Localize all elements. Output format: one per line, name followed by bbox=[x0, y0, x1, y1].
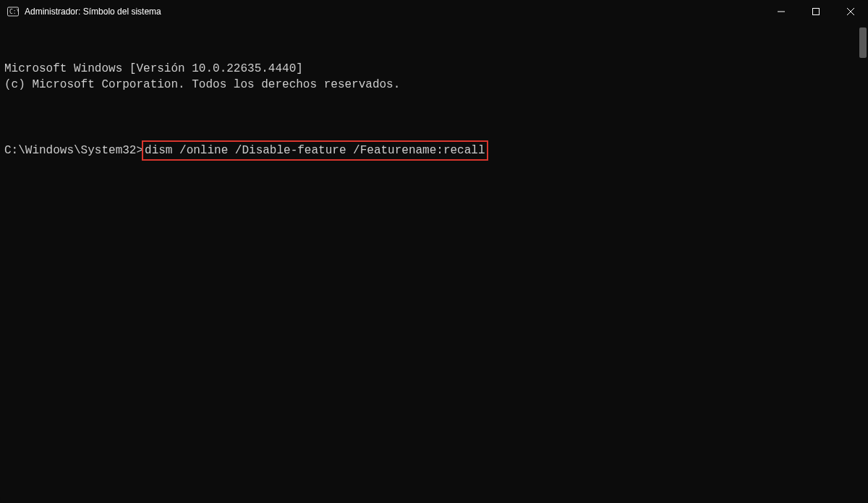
maximize-button[interactable] bbox=[799, 0, 833, 23]
svg-text:C:\: C:\ bbox=[9, 9, 19, 15]
titlebar-left: C:\ Administrador: Símbolo del sistema bbox=[7, 6, 161, 17]
svg-rect-3 bbox=[813, 9, 820, 15]
command-highlight: dism /online /Disable-feature /Featurena… bbox=[142, 140, 488, 161]
minimize-button[interactable] bbox=[764, 0, 799, 23]
prompt-line: C:\Windows\System32>dism /online /Disabl… bbox=[4, 140, 862, 161]
typed-command: dism /online /Disable-feature /Featurena… bbox=[145, 144, 485, 157]
window-titlebar: C:\ Administrador: Símbolo del sistema bbox=[0, 0, 868, 23]
window-controls bbox=[764, 0, 868, 23]
window-title: Administrador: Símbolo del sistema bbox=[25, 7, 161, 17]
terminal-output[interactable]: Microsoft Windows [Versión 10.0.22635.44… bbox=[0, 23, 868, 503]
output-line-copyright: (c) Microsoft Corporation. Todos los der… bbox=[4, 77, 862, 93]
prompt-path: C:\Windows\System32> bbox=[4, 144, 143, 157]
output-line-version: Microsoft Windows [Versión 10.0.22635.44… bbox=[4, 61, 862, 77]
close-button[interactable] bbox=[833, 0, 868, 23]
cmd-icon: C:\ bbox=[7, 6, 19, 17]
vertical-scrollbar-thumb[interactable] bbox=[859, 28, 867, 58]
